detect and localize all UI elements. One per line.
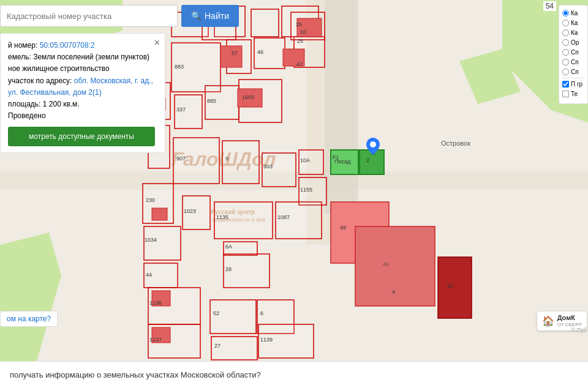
svg-point-97 <box>370 141 376 147</box>
layer-radio-1[interactable] <box>562 20 569 26</box>
svg-rect-23 <box>173 138 219 184</box>
svg-rect-36 <box>224 254 270 288</box>
layer-label-0: Ка <box>571 10 578 17</box>
layer-label-1: Ка <box>571 20 578 26</box>
svg-rect-48 <box>238 89 262 107</box>
usage-row: ное жилищное строительство <box>8 63 157 75</box>
svg-rect-25 <box>262 153 296 187</box>
bottom-bar-text: получать информацию о земельных участках… <box>10 370 261 379</box>
svg-rect-49 <box>283 49 304 66</box>
svg-rect-31 <box>144 226 181 260</box>
layer-label-6: Сп <box>571 69 579 75</box>
layer-check-label-1: Те <box>571 91 578 97</box>
layer-option-2[interactable]: Ка <box>562 29 585 37</box>
cadastral-link[interactable]: 50:05:0070708:2 <box>40 41 95 50</box>
location-marker <box>366 138 380 155</box>
address-label: участок по адресу: <box>8 76 72 85</box>
layer-checkbox-0[interactable] <box>562 81 569 88</box>
svg-rect-28 <box>331 150 358 174</box>
svg-rect-50 <box>297 18 322 37</box>
search-button[interactable]: 🔍 Найти <box>181 5 239 27</box>
layer-radio-6[interactable] <box>562 69 569 75</box>
layer-panel: Ка Ка Ка Ор Сп Сп Сп П гр Те <box>559 5 588 104</box>
home-icon: 🏠 <box>542 315 554 327</box>
layer-check-0[interactable]: П гр <box>562 80 585 88</box>
svg-rect-53 <box>152 291 170 306</box>
usage-value: ное жилищное строительство <box>8 64 110 73</box>
search-icon: 🔍 <box>191 11 202 21</box>
layer-radio-0[interactable] <box>562 10 569 17</box>
svg-text:недвижимости и пра: недвижимости и пра <box>213 217 265 223</box>
svg-rect-46 <box>258 324 314 358</box>
svg-rect-47 <box>221 46 242 67</box>
survey-row: Проведено <box>8 110 157 122</box>
domclick-name: ДомК <box>557 314 582 322</box>
svg-rect-37 <box>224 242 257 255</box>
svg-rect-41 <box>210 300 256 334</box>
layer-check-label-0: П гр <box>571 81 582 88</box>
info-panel: × й номер: 50:05:0070708:2 емель: Земли … <box>0 33 165 153</box>
category-value: Земли поселений (земли пунктов) <box>33 53 149 61</box>
svg-rect-26 <box>299 150 323 174</box>
survey-value: Проведено <box>8 111 46 120</box>
layer-check-1[interactable]: Те <box>562 90 585 98</box>
layer-label-2: Ка <box>571 29 578 36</box>
svg-rect-52 <box>152 208 167 220</box>
top-number: 54 <box>543 1 556 11</box>
layer-radio-5[interactable] <box>562 59 569 65</box>
svg-rect-19 <box>175 95 202 129</box>
cadastral-label: й номер: <box>8 41 37 50</box>
svg-rect-45 <box>211 337 257 360</box>
layer-radio-2[interactable] <box>562 29 569 36</box>
svg-rect-14 <box>172 43 221 92</box>
layer-radio-4[interactable] <box>562 49 569 56</box>
svg-rect-27 <box>299 177 326 205</box>
svg-rect-40 <box>438 257 472 318</box>
svg-rect-33 <box>144 263 178 288</box>
close-button[interactable]: × <box>154 37 160 48</box>
docs-button[interactable]: мотреть доступные документы <box>8 127 155 146</box>
area-value: 1 200 кв.м. <box>43 100 80 108</box>
search-bar: 🔍 Найти <box>0 5 239 27</box>
svg-rect-39 <box>355 226 435 306</box>
svg-rect-7 <box>325 0 358 214</box>
search-input[interactable] <box>0 5 178 27</box>
category-label: емель: <box>8 53 31 61</box>
layer-label-5: Сп <box>571 59 579 65</box>
svg-rect-16 <box>254 38 285 69</box>
layer-option-4[interactable]: Сп <box>562 48 585 56</box>
area-label: площадь: <box>8 100 40 108</box>
layer-option-6[interactable]: Сп <box>562 68 585 76</box>
address-row: участок по адресу: обл. Московская, г. а… <box>8 75 157 99</box>
cadastral-number-row: й номер: 50:05:0070708:2 <box>8 40 157 51</box>
svg-rect-24 <box>222 141 259 184</box>
layer-option-1[interactable]: Ка <box>562 19 585 27</box>
svg-rect-54 <box>152 327 170 343</box>
layer-radio-3[interactable] <box>562 39 569 46</box>
svg-rect-32 <box>183 196 210 229</box>
layer-option-3[interactable]: Ор <box>562 39 585 47</box>
svg-rect-10 <box>251 9 279 37</box>
layer-label-4: Сп <box>571 49 579 56</box>
layer-option-5[interactable]: Сп <box>562 58 585 66</box>
layer-checkbox-1[interactable] <box>562 91 569 97</box>
svg-text:Русский центр: Русский центр <box>211 209 255 215</box>
bottom-bar: получать информацию о земельных участках… <box>0 361 588 388</box>
svg-rect-20 <box>205 86 239 119</box>
search-button-label: Найти <box>205 11 229 21</box>
layer-label-3: Ор <box>571 39 579 46</box>
svg-rect-35 <box>276 202 322 239</box>
area-row: площадь: 1 200 кв.м. <box>8 99 157 110</box>
layer-option-0[interactable]: Ка <box>562 9 585 17</box>
map-link[interactable]: ом на карте? <box>0 311 58 327</box>
category-row: емель: Земли поселений (земли пунктов) <box>8 51 157 63</box>
attribution: © Пуб <box>571 327 587 333</box>
